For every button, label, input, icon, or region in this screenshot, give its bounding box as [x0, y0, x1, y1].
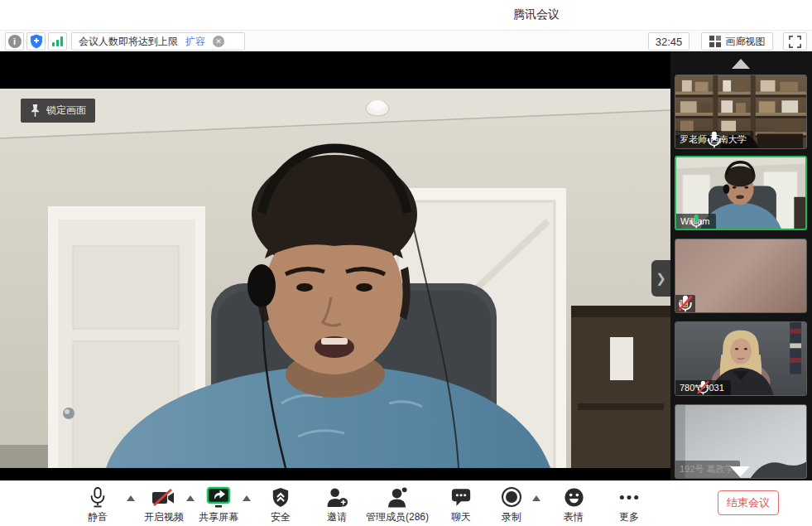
- mic-on-icon: [675, 131, 753, 148]
- main-video-stage: 锁定画面 ❯: [0, 51, 670, 480]
- manage-members-label: 管理成员(286): [366, 510, 429, 524]
- mic-muted-icon: [675, 295, 695, 312]
- ellipsis-icon: [618, 487, 640, 508]
- chevron-right-icon: ❯: [656, 271, 666, 286]
- mute-label: 静音: [88, 510, 108, 524]
- window-title: 腾讯会议: [513, 7, 560, 22]
- participant-name-badge: 罗老师-西南大学: [675, 131, 753, 148]
- participant-name: 192号 葛政学: [680, 463, 733, 475]
- meeting-timer: 32:45: [648, 32, 689, 51]
- record-circle-icon: [501, 486, 522, 508]
- mic-muted-icon: [675, 380, 731, 395]
- network-status-button[interactable]: [48, 32, 67, 51]
- screen-share-icon: [206, 486, 231, 508]
- pin-icon: [30, 104, 41, 118]
- participant-thumbnail[interactable]: 罗老师-西南大学: [675, 75, 807, 149]
- chat-label: 聊天: [451, 510, 471, 524]
- fullscreen-icon: [789, 36, 801, 48]
- participant-thumbnail-active-speaker[interactable]: William: [675, 156, 807, 230]
- meeting-info-button[interactable]: i: [5, 32, 24, 51]
- start-video-label: 开启视频: [144, 510, 184, 524]
- emoji-label: 表情: [564, 510, 584, 524]
- pinned-view-chip[interactable]: 锁定画面: [21, 99, 95, 123]
- mute-button[interactable]: 静音: [65, 486, 131, 524]
- manage-members-button[interactable]: 管理成员(286): [360, 486, 435, 524]
- meeting-security-button[interactable]: [26, 32, 46, 51]
- shield-plus-icon: [30, 34, 43, 49]
- tencent-meeting-window: 腾讯会议 i 会议人数即将达到上限 扩容 ✕ 32:45 画廊视图: [0, 0, 812, 526]
- gallery-view-label: 画廊视图: [726, 35, 766, 49]
- security-label: 安全: [271, 510, 291, 524]
- sidebar-collapse-handle[interactable]: ❯: [651, 260, 670, 297]
- participant-thumbnail[interactable]: 780****031: [675, 321, 807, 396]
- end-meeting-button[interactable]: 结束会议: [718, 490, 779, 515]
- main-video-feed: [0, 89, 670, 468]
- more-button[interactable]: 更多: [596, 486, 662, 524]
- info-icon: i: [8, 35, 22, 48]
- smiley-icon: [564, 487, 584, 508]
- capacity-warning-banner: 会议人数即将达到上限 扩容 ✕: [71, 32, 245, 51]
- people-icon: [387, 487, 409, 508]
- mic-icon: [89, 486, 107, 508]
- window-titlebar: 腾讯会议: [0, 0, 812, 30]
- gallery-view-button[interactable]: 画廊视图: [701, 32, 773, 51]
- grid-icon: [709, 36, 721, 47]
- expand-capacity-link[interactable]: 扩容: [185, 35, 205, 49]
- chat-bubble-icon: [450, 487, 472, 508]
- record-options-caret[interactable]: [532, 495, 541, 501]
- capacity-warning-text: 会议人数即将达到上限: [79, 35, 178, 49]
- network-signal-icon: [52, 36, 63, 46]
- shield-icon: [271, 487, 290, 508]
- pinned-view-label: 锁定画面: [46, 104, 86, 118]
- person-plus-icon: [326, 487, 348, 508]
- scroll-up-button[interactable]: [732, 59, 750, 69]
- participant-thumbnail[interactable]: 喵: [675, 239, 807, 313]
- record-label: 录制: [502, 510, 521, 524]
- mic-speaking-icon: [676, 214, 716, 229]
- participants-sidebar: 罗老师-西南大学: [670, 51, 812, 480]
- participant-name-badge: 780****031: [675, 380, 731, 395]
- participant-name-badge: William: [676, 214, 716, 229]
- fullscreen-button[interactable]: [783, 32, 807, 51]
- more-label: 更多: [619, 510, 639, 524]
- participant-name-badge: 喵: [675, 295, 695, 312]
- close-icon[interactable]: ✕: [213, 36, 224, 47]
- meeting-toolbar: i 会议人数即将达到上限 扩容 ✕ 32:45 画廊视图: [0, 30, 812, 51]
- camera-slash-icon: [151, 488, 176, 508]
- share-screen-button[interactable]: 共享屏幕: [185, 486, 252, 524]
- record-button[interactable]: 录制: [478, 486, 545, 524]
- scroll-down-button[interactable]: [730, 466, 750, 477]
- invite-label: 邀请: [327, 510, 347, 524]
- bottom-toolbar: 静音 开启视频 共享屏幕: [0, 480, 812, 526]
- share-screen-label: 共享屏幕: [199, 510, 238, 524]
